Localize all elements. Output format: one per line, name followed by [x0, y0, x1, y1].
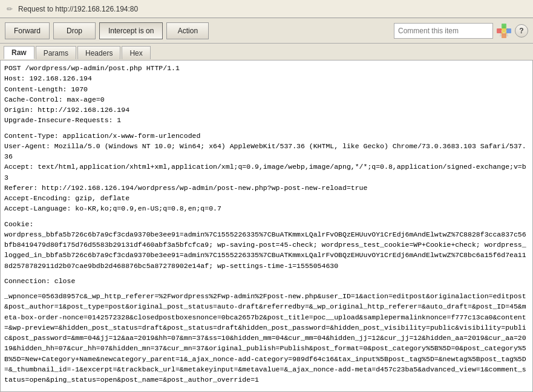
- tab-params[interactable]: Params: [36, 46, 76, 59]
- comment-input[interactable]: [394, 23, 493, 39]
- empty-line: [4, 271, 529, 276]
- content-line: Connection: close: [4, 276, 529, 286]
- tab-hex[interactable]: Hex: [122, 46, 150, 59]
- title-bar: ✏ Request to http://192.168.126.194:80: [0, 0, 533, 18]
- action-button[interactable]: Action: [166, 22, 209, 39]
- content-line: wordpress_bbfa5b726c6b7a9cf3cda9370be3ee…: [4, 229, 529, 271]
- help-button[interactable]: ?: [515, 24, 528, 38]
- forward-button[interactable]: Forward: [5, 22, 50, 39]
- content-line: Referer: http://192.168.126.194/wordpres…: [4, 183, 529, 193]
- content-area[interactable]: POST /wordpress/wp-admin/post.php HTTP/1…: [0, 60, 533, 392]
- content-line: Accept: text/html,application/xhtml+xml,…: [4, 162, 529, 183]
- toolbar-right: ?: [394, 23, 528, 39]
- svg-rect-4: [506, 28, 511, 33]
- toolbar: Forward Drop Intercept is on Action ?: [0, 18, 533, 44]
- title-bar-text: Request to http://192.168.126.194:80: [18, 5, 138, 13]
- content-line: Content-Type: application/x-www-form-url…: [4, 131, 529, 141]
- colorful-icon[interactable]: [497, 24, 511, 38]
- svg-rect-3: [502, 24, 506, 28]
- tab-headers[interactable]: Headers: [77, 46, 120, 59]
- svg-rect-5: [502, 33, 506, 38]
- intercept-button[interactable]: Intercept is on: [99, 22, 163, 39]
- content-line: Cache-Control: max-age=0: [4, 94, 529, 105]
- content-line: Accept-Language: ko-KR,ko;q=0.9,en-US;q=…: [4, 203, 529, 214]
- empty-line: [4, 126, 529, 131]
- empty-line: [4, 214, 529, 219]
- content-line: Origin: http://192.168.126.194: [4, 105, 529, 115]
- content-line: User-Agent: Mozilla/5.0 (Windows NT 10.0…: [4, 141, 529, 162]
- content-line: POST /wordpress/wp-admin/post.php HTTP/1…: [4, 63, 529, 73]
- content-line: Host: 192.168.126.194: [4, 73, 529, 83]
- drop-button[interactable]: Drop: [53, 22, 96, 39]
- empty-line: [4, 286, 529, 291]
- content-line: Upgrade-Insecure-Requests: 1: [4, 115, 529, 125]
- content-line: _wpnonce=0563d8957c&_wp_http_referer=%2F…: [4, 291, 529, 385]
- content-line: Cookie:: [4, 219, 529, 229]
- tab-raw[interactable]: Raw: [4, 46, 34, 59]
- content-line: Accept-Encoding: gzip, deflate: [4, 193, 529, 203]
- svg-rect-2: [497, 28, 502, 33]
- tabs-bar: Raw Params Headers Hex: [0, 44, 533, 60]
- content-line: Content-Length: 1070: [4, 84, 529, 94]
- edit-icon: ✏: [5, 4, 15, 14]
